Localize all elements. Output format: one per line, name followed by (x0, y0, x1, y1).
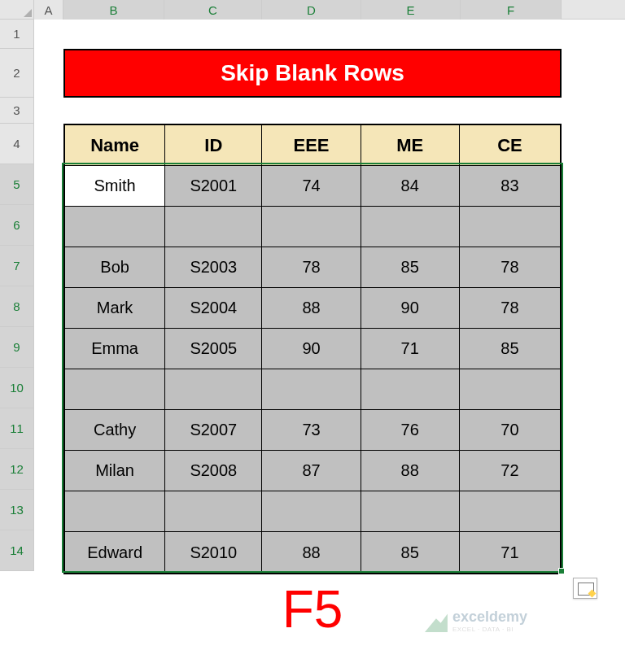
row-header-3[interactable]: 3 (0, 98, 34, 124)
title-bar: Skip Blank Rows (63, 49, 562, 98)
cell-B13[interactable] (65, 491, 165, 532)
cell-F12[interactable]: 72 (460, 451, 560, 491)
row-header-13[interactable]: 13 (0, 490, 34, 530)
table-header-row: Name ID EEE ME CE (65, 125, 560, 166)
quick-analysis-button[interactable] (573, 578, 597, 599)
cell-F14[interactable]: 71 (460, 532, 560, 573)
watermark: exceldemy EXCEL · DATA · BI (425, 609, 527, 633)
spreadsheet-grid: A B C D E F 1 2 3 4 5 6 7 8 9 10 11 12 1… (0, 0, 625, 672)
header-eee[interactable]: EEE (262, 125, 361, 166)
cell-B7[interactable]: Bob (65, 247, 165, 288)
cell-D9[interactable]: 90 (262, 329, 361, 369)
cell-F6[interactable] (460, 207, 560, 247)
cell-E5[interactable]: 84 (361, 166, 460, 207)
cell-E11[interactable]: 76 (361, 410, 460, 451)
cell-F7[interactable]: 78 (460, 247, 560, 288)
table-row (65, 369, 560, 410)
cell-C14[interactable]: S2010 (165, 532, 262, 573)
cell-B14[interactable]: Edward (65, 532, 165, 573)
cell-C5[interactable]: S2001 (165, 166, 262, 207)
select-all-corner[interactable] (0, 0, 34, 20)
row-header-4[interactable]: 4 (0, 124, 34, 164)
cell-B9[interactable]: Emma (65, 329, 165, 369)
cell-C9[interactable]: S2005 (165, 329, 262, 369)
cell-F10[interactable] (460, 369, 560, 410)
cell-C10[interactable] (165, 369, 262, 410)
cell-C11[interactable]: S2007 (165, 410, 262, 451)
cell-C7[interactable]: S2003 (165, 247, 262, 288)
table-row (65, 491, 560, 532)
table-row: Edward S2010 88 85 71 (65, 532, 560, 573)
col-header-D[interactable]: D (262, 0, 361, 20)
row-header-7[interactable]: 7 (0, 246, 34, 286)
cell-E12[interactable]: 88 (361, 451, 460, 491)
cell-B11[interactable]: Cathy (65, 410, 165, 451)
cell-E8[interactable]: 90 (361, 288, 460, 329)
header-name[interactable]: Name (65, 125, 165, 166)
cell-F5[interactable]: 83 (460, 166, 560, 207)
watermark-logo-icon (425, 609, 448, 632)
table-row: Mark S2004 88 90 78 (65, 288, 560, 329)
watermark-tagline: EXCEL · DATA · BI (452, 626, 527, 633)
cell-B6[interactable] (65, 207, 165, 247)
title-text: Skip Blank Rows (221, 60, 404, 86)
column-headers: A B C D E F (0, 0, 625, 20)
header-me[interactable]: ME (361, 125, 460, 166)
cell-F11[interactable]: 70 (460, 410, 560, 451)
table-row (65, 207, 560, 247)
cell-B10[interactable] (65, 369, 165, 410)
row-header-5[interactable]: 5 (0, 164, 34, 205)
cell-D6[interactable] (262, 207, 361, 247)
cell-E10[interactable] (361, 369, 460, 410)
cell-F13[interactable] (460, 491, 560, 532)
watermark-brand: exceldemy (452, 609, 527, 626)
row-header-10[interactable]: 10 (0, 368, 34, 408)
cell-E14[interactable]: 85 (361, 532, 460, 573)
cell-E6[interactable] (361, 207, 460, 247)
header-id[interactable]: ID (165, 125, 262, 166)
col-header-F[interactable]: F (461, 0, 562, 20)
table-row: Smith S2001 74 84 83 (65, 166, 560, 207)
row-headers: 1 2 3 4 5 6 7 8 9 10 11 12 13 14 (0, 20, 34, 571)
cell-B5[interactable]: Smith (65, 166, 165, 207)
cell-C8[interactable]: S2004 (165, 288, 262, 329)
keyboard-hint-label: F5 (0, 579, 625, 639)
col-header-C[interactable]: C (164, 0, 262, 20)
quick-analysis-icon (578, 583, 592, 594)
cell-D8[interactable]: 88 (262, 288, 361, 329)
cell-D13[interactable] (262, 491, 361, 532)
row-header-6[interactable]: 6 (0, 205, 34, 246)
cell-D7[interactable]: 78 (262, 247, 361, 288)
row-header-11[interactable]: 11 (0, 408, 34, 449)
cell-B12[interactable]: Milan (65, 451, 165, 491)
cell-D5[interactable]: 74 (262, 166, 361, 207)
col-header-A[interactable]: A (34, 0, 63, 20)
cell-D12[interactable]: 87 (262, 451, 361, 491)
row-header-8[interactable]: 8 (0, 286, 34, 327)
cell-F9[interactable]: 85 (460, 329, 560, 369)
cell-F8[interactable]: 78 (460, 288, 560, 329)
row-header-9[interactable]: 9 (0, 327, 34, 368)
table-row: Milan S2008 87 88 72 (65, 451, 560, 491)
table-row: Cathy S2007 73 76 70 (65, 410, 560, 451)
row-header-12[interactable]: 12 (0, 449, 34, 490)
row-header-2[interactable]: 2 (0, 49, 34, 98)
table-row: Emma S2005 90 71 85 (65, 329, 560, 369)
cell-E7[interactable]: 85 (361, 247, 460, 288)
cell-C12[interactable]: S2008 (165, 451, 262, 491)
cell-C13[interactable] (165, 491, 262, 532)
col-header-B[interactable]: B (63, 0, 164, 20)
data-table: Name ID EEE ME CE Smith S2001 74 84 83 B… (63, 124, 562, 574)
row-header-1[interactable]: 1 (0, 20, 34, 49)
cell-D10[interactable] (262, 369, 361, 410)
col-header-E[interactable]: E (361, 0, 461, 20)
cell-E9[interactable]: 71 (361, 329, 460, 369)
header-ce[interactable]: CE (460, 125, 560, 166)
cell-D14[interactable]: 88 (262, 532, 361, 573)
table-row: Bob S2003 78 85 78 (65, 247, 560, 288)
cell-E13[interactable] (361, 491, 460, 532)
cell-C6[interactable] (165, 207, 262, 247)
cell-B8[interactable]: Mark (65, 288, 165, 329)
cell-D11[interactable]: 73 (262, 410, 361, 451)
row-header-14[interactable]: 14 (0, 530, 34, 571)
